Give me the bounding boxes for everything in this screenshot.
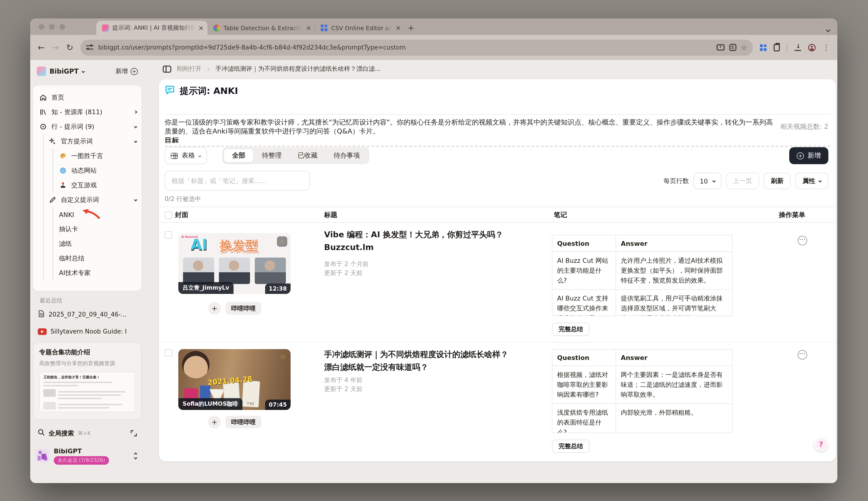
expand-icon[interactable]	[131, 430, 137, 436]
sidebar-item-library[interactable]: 知 - 资源库 (811)	[33, 105, 141, 119]
zoom-window-button[interactable]	[60, 24, 65, 30]
sidebar-item-anki[interactable]: ANKI	[33, 207, 141, 222]
full-summary-button[interactable]: 完整总结	[552, 440, 590, 453]
site-settings-icon[interactable]	[86, 45, 94, 50]
tab-favorited[interactable]: 已收藏	[290, 149, 325, 163]
joystick-icon	[59, 181, 67, 189]
translate-icon[interactable]: 文	[729, 44, 736, 51]
tab-anki-prompt[interactable]: 提示词: ANKI | AI 音视频知行助手 ×	[96, 21, 207, 35]
address-bar[interactable]: bibigpt.co/user/prompts?promptId=9d725de…	[81, 39, 753, 55]
portrait-placeholder	[183, 258, 214, 284]
rows-per-page-value: 10	[700, 177, 708, 185]
bibigpt-logo[interactable]	[37, 66, 46, 76]
sidebar-item-ai-expert[interactable]: AI技术专家	[33, 266, 141, 280]
video-title[interactable]: Vibe 编程：AI 换发型！大兄弟，你剪过平头吗？ Buzzcut.lm	[324, 228, 509, 254]
qa-row: AI Buzz Cut 支持哪些交互式操作来提升换发效果 提供笔刷工具，用户可手…	[553, 289, 732, 316]
extension-blocks-icon[interactable]	[760, 44, 767, 51]
select-all-checkbox[interactable]	[165, 211, 172, 219]
promo-card[interactable]: 专题合集功能介绍 高效整理与分享您的音视频资源 王刚鲤鱼，这样做才香！宝藏合集！	[33, 342, 141, 420]
sidebar-item-filter-paper[interactable]: 滤纸	[33, 236, 141, 251]
tab-overflow-button[interactable]	[826, 24, 830, 33]
video-title[interactable]: 手冲滤纸测评｜为不同烘焙程度设计的滤纸长啥样？漂白滤纸就一定没有味道吗？	[324, 348, 509, 374]
full-summary-button[interactable]: 完整总结	[552, 323, 590, 336]
profile-icon[interactable]	[808, 44, 816, 51]
prompts-icon	[39, 122, 47, 131]
properties-button[interactable]: 属性	[795, 173, 828, 189]
item-label: 抽认卡	[59, 225, 78, 233]
sidebar-item-temp-summary[interactable]: 临时总结	[33, 251, 141, 266]
sidebar: BibiGPT 新增 + 首页	[30, 60, 143, 483]
sidebar-toggle-icon[interactable]	[163, 65, 171, 72]
sidebar-item-home[interactable]: 首页	[33, 90, 141, 105]
add-to-collection-button[interactable]: +	[208, 416, 221, 428]
view-select[interactable]: 表格	[165, 147, 207, 164]
forward-button[interactable]: →	[52, 43, 59, 52]
tab-to-organize[interactable]: 待整理	[254, 149, 290, 163]
favorite-star-icon[interactable]: ☆	[279, 352, 286, 361]
row-checkbox[interactable]	[165, 231, 172, 239]
new-tab-button[interactable]: +	[408, 23, 415, 33]
minimize-window-button[interactable]	[49, 24, 55, 30]
browser-menu-icon[interactable]: ⋮	[823, 43, 830, 52]
new-label: 新增	[116, 67, 128, 75]
rows-per-page-select[interactable]: 10	[694, 173, 721, 189]
install-app-icon[interactable]	[716, 44, 724, 51]
tab-csv-editor[interactable]: CSV Online Editor and Generator ×	[315, 21, 405, 35]
row-actions: + 哔哩哔哩	[208, 302, 261, 315]
close-tab-icon[interactable]: ×	[306, 24, 311, 32]
video-thumbnail[interactable]: T-90 T-83 2021.04.28 ☆ Sofia的LUMOS咖啡 07:…	[178, 349, 291, 410]
chevron-down-icon[interactable]	[82, 70, 85, 73]
main-area: 刚刚打开 › 手冲滤纸测评｜为不同烘焙程度设计的滤纸长啥样？漂白滤... 提示词…	[143, 60, 837, 483]
placeholder-thumb	[43, 389, 56, 397]
add-button[interactable]: + 新增	[789, 147, 828, 164]
account-switcher-icon[interactable]	[135, 452, 139, 459]
breadcrumb-opened[interactable]: 刚刚打开	[177, 65, 202, 73]
tab-title: CSV Online Editor and Generator	[331, 24, 392, 31]
breadcrumb-title[interactable]: 手冲滤纸测评｜为不同烘焙程度设计的滤纸长啥样？漂白滤...	[215, 65, 381, 73]
prev-page-button[interactable]: 上一页	[726, 173, 759, 189]
close-window-button[interactable]	[39, 24, 44, 30]
url-text[interactable]: bibigpt.co/user/prompts?promptId=9d725de…	[98, 44, 712, 51]
refresh-button[interactable]: 刷新	[764, 173, 791, 189]
sidebar-item-picture-worth[interactable]: 一图胜千言	[33, 149, 141, 163]
video-thumbnail[interactable]: AI Buzzcut AI 换发型 ☆ 吕立青_JimmyLv 12:38	[178, 233, 291, 294]
sidebar-item-flashcards[interactable]: 抽认卡	[33, 222, 141, 236]
row-menu-icon[interactable]: ···	[798, 350, 807, 360]
sidebar-item-custom-prompts[interactable]: 自定义提示词	[33, 192, 141, 207]
close-tab-icon[interactable]: ×	[199, 24, 204, 32]
chevron-down-icon	[134, 125, 137, 128]
sidebar-item-prompts[interactable]: 行 - 提示词 (9)	[33, 119, 141, 134]
filter-tabs: 全部 待整理 已收藏 待办事项	[222, 147, 369, 164]
sidebar-item-interactive-game[interactable]: 交互游戏	[33, 178, 141, 192]
search-icon	[38, 429, 45, 438]
source-button[interactable]: 哔哩哔哩	[225, 416, 261, 428]
tab-todo[interactable]: 待办事项	[325, 149, 368, 163]
prompt-card: 提示词: ANKI 你是一位顶级的学习策略专家和教学设计师，尤其擅长"为记忆而设…	[159, 79, 836, 461]
published-date: 发布于 4 年前	[324, 375, 363, 384]
recent-item[interactable]: 2025_07_20_09_40_46-...	[38, 310, 136, 319]
close-tab-icon[interactable]: ×	[396, 24, 401, 32]
help-button[interactable]: ?	[814, 437, 828, 451]
favorite-star-icon[interactable]: ☆	[277, 236, 287, 247]
add-to-collection-button[interactable]: +	[208, 302, 221, 315]
bookmark-star-icon[interactable]: ☆	[741, 43, 747, 52]
sidebar-item-official-prompts[interactable]: 官方提示词	[33, 134, 141, 149]
source-button[interactable]: 哔哩哔哩	[225, 302, 261, 315]
pencil-icon	[49, 196, 57, 204]
row-checkbox[interactable]	[165, 349, 172, 356]
search-input[interactable]	[165, 171, 310, 191]
sidebar-new-button[interactable]: 新增 +	[116, 67, 138, 75]
tab-table-detection[interactable]: Table Detection & Extraction ×	[207, 21, 315, 35]
row-menu-icon[interactable]: ···	[798, 236, 807, 245]
global-search[interactable]: 全局搜索 ⌘+K	[38, 429, 137, 438]
extension-clipboard-icon[interactable]	[774, 44, 780, 51]
recent-item[interactable]: Sillytavern Noob Guide: I	[38, 328, 136, 335]
window-controls[interactable]	[39, 24, 65, 30]
tab-all[interactable]: 全部	[224, 149, 254, 163]
workspace-name[interactable]: BibiGPT	[50, 67, 78, 75]
account-row[interactable]: BibiGPT 永久会员 (7/9/2326)	[36, 445, 139, 467]
downloads-icon[interactable]	[794, 44, 801, 51]
back-button[interactable]: ←	[38, 43, 45, 52]
reload-button[interactable]: ↻	[66, 43, 73, 52]
sidebar-item-dynamic-site[interactable]: 动态网站	[33, 163, 141, 178]
